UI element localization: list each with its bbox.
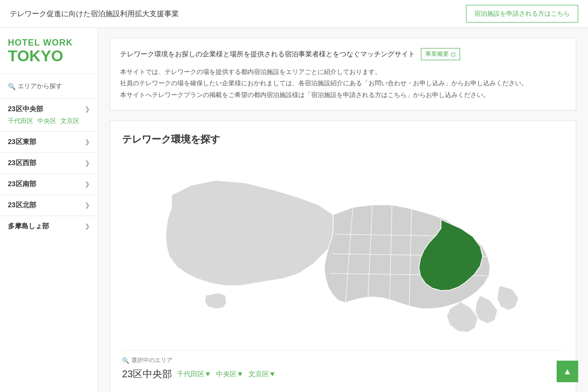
logo-line1: HOTEL WORK [8, 38, 90, 48]
intro-desc1: 本サイトでは、テレワークの場を提供する都内宿泊施設をエリアごとに紹介しております… [120, 66, 566, 100]
area-label-south[interactable]: 23区南部 ❯ [8, 180, 90, 189]
map-container[interactable] [122, 156, 564, 342]
chevron-up-icon: ▲ [563, 367, 572, 377]
tama-area[interactable] [166, 180, 338, 286]
area-label-north[interactable]: 23区北部 ❯ [8, 201, 90, 210]
apply-hotel-button[interactable]: 宿泊施設を申請される方はこちら [466, 5, 578, 23]
map-section: テレワーク環境を探す [110, 121, 576, 392]
sub-area-chiyoda[interactable]: 千代田区 [8, 117, 33, 125]
area-label-tama[interactable]: 多摩島しょ部 ❯ [8, 222, 90, 231]
bay-area3[interactable] [497, 286, 518, 310]
sidebar-item-chuo[interactable]: 23区中央部 ❯ 千代田区 中央区 文京区 [0, 98, 98, 131]
selected-area-label: 🔍 選択中のエリア [122, 356, 564, 365]
search-icon: 🔍 [8, 83, 16, 90]
bay-area[interactable] [447, 302, 478, 332]
sidebar-item-south[interactable]: 23区南部 ❯ [0, 173, 98, 195]
sidebar-item-west[interactable]: 23区西部 ❯ [0, 152, 98, 173]
search-icon-small: 🔍 [122, 357, 129, 364]
sub-area-chuo[interactable]: 中央区 [37, 117, 56, 125]
external-link-icon: ⊡ [451, 51, 456, 58]
chevron-icon-north: ❯ [85, 202, 90, 209]
sub-area-bunkyo[interactable]: 文京区 [60, 117, 79, 125]
chevron-icon-south: ❯ [85, 181, 90, 188]
selected-area-value: 23区中央部 千代田区▼ 中央区▼ 文京区▼ [122, 368, 564, 381]
map-title: テレワーク環境を探す [122, 133, 564, 146]
chevron-icon-west: ❯ [85, 160, 90, 167]
island-area[interactable] [205, 293, 226, 309]
selected-area-box: 🔍 選択中のエリア 23区中央部 千代田区▼ 中央区▼ 文京区▼ [122, 350, 564, 381]
area-label-east[interactable]: 23区東部 ❯ [8, 138, 90, 147]
jigyo-button[interactable]: 事業概要 ⊡ [421, 48, 460, 60]
logo-line2: TOKYO [8, 48, 90, 64]
chevron-icon-tama: ❯ [85, 223, 90, 230]
area-label-chuo[interactable]: 23区中央部 ❯ [8, 105, 90, 114]
area-label-west[interactable]: 23区西部 ❯ [8, 159, 90, 168]
page-header: テレワーク促進に向けた宿泊施設利用拡大支援事業 宿泊施設を申請される方はこちら [0, 0, 588, 28]
chevron-icon-east: ❯ [85, 139, 90, 146]
scroll-top-button[interactable]: ▲ [557, 361, 578, 382]
area-search-label: 🔍 エリアから探す [0, 74, 98, 98]
page-title: テレワーク促進に向けた宿泊施設利用拡大支援事業 [10, 9, 179, 19]
intro-tagline: テレワーク環境をお探しの企業様と場所を提供される宿泊事業者様とをつなぐマッチング… [120, 50, 415, 59]
bay-area2[interactable] [475, 295, 497, 323]
sidebar-item-north[interactable]: 23区北部 ❯ [0, 195, 98, 216]
sidebar-item-tama[interactable]: 多摩島しょ部 ❯ [0, 216, 98, 237]
tokyo-map-svg[interactable] [122, 156, 564, 342]
intro-box: テレワーク環境をお探しの企業様と場所を提供される宿泊事業者様とをつなぐマッチング… [110, 38, 576, 111]
sidebar: HOTEL WORK TOKYO 🔍 エリアから探す 23区中央部 ❯ 千代田区… [0, 28, 98, 392]
selected-bunkyo-link[interactable]: 文京区▼ [248, 370, 276, 379]
main-layout: HOTEL WORK TOKYO 🔍 エリアから探す 23区中央部 ❯ 千代田区… [0, 28, 588, 392]
selected-chuo-link[interactable]: 中央区▼ [216, 370, 244, 379]
sub-areas-chuo: 千代田区 中央区 文京区 [8, 117, 90, 125]
logo-area: HOTEL WORK TOKYO [0, 28, 98, 74]
chevron-icon-chuo: ❯ [85, 106, 90, 113]
sidebar-item-east[interactable]: 23区東部 ❯ [0, 131, 98, 152]
main-content: テレワーク環境をお探しの企業様と場所を提供される宿泊事業者様とをつなぐマッチング… [98, 28, 588, 392]
intro-top: テレワーク環境をお探しの企業様と場所を提供される宿泊事業者様とをつなぐマッチング… [120, 48, 566, 60]
selected-chiyoda-link[interactable]: 千代田区▼ [177, 370, 211, 379]
